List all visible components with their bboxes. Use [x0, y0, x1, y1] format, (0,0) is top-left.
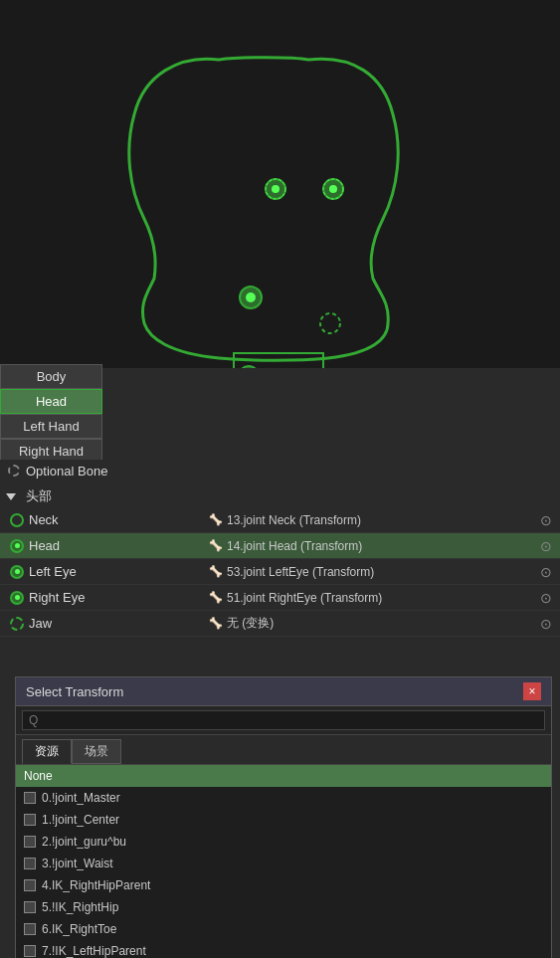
list-area[interactable]: None 0.!joint_Master 1.!joint_Center 2.!…: [16, 765, 551, 958]
bone-row-right-eye[interactable]: Right Eye 🦴 51.joint RightEye (Transform…: [0, 585, 560, 611]
dialog-title: Select Transform: [26, 684, 123, 699]
optional-bone-row: Optional Bone: [0, 460, 560, 481]
list-item-6[interactable]: 6.IK_RightToe: [16, 918, 551, 940]
bone-row-left-eye[interactable]: Left Eye 🦴 53.joint LeftEye (Transform) …: [0, 559, 560, 585]
bone-dot-jaw: [10, 617, 24, 631]
dialog-title-bar: Select Transform ×: [16, 677, 551, 706]
optional-bone-label: Optional Bone: [26, 464, 107, 479]
svg-point-8: [239, 366, 259, 368]
bone-name-left-eye: Left Eye: [29, 564, 77, 579]
list-item-3-label: 3.!joint_Waist: [42, 857, 113, 870]
list-item-2[interactable]: 2.!joint_guru^bu: [16, 831, 551, 853]
section-header: 头部: [0, 485, 560, 507]
bone-name-head: Head: [29, 538, 60, 553]
list-item-0[interactable]: 0.!joint_Master: [16, 787, 551, 809]
joint-icon-right-eye: 🦴: [209, 591, 223, 604]
list-item-6-label: 6.IK_RightToe: [42, 922, 116, 936]
section-label: 头部: [26, 487, 52, 505]
select-transform-dialog: Select Transform × 资源 场景 None 0.!joint_M…: [15, 676, 552, 958]
list-item-0-label: 0.!joint_Master: [42, 791, 120, 805]
list-item-7-label: 7.!IK_LeftHipParent: [42, 944, 146, 958]
list-item-3[interactable]: 3.!joint_Waist: [16, 853, 551, 874]
bone-name-neck: Neck: [29, 512, 59, 527]
end-icon-right-eye[interactable]: ⊙: [540, 590, 552, 606]
list-item-2-label: 2.!joint_guru^bu: [42, 835, 126, 849]
list-cube-icon-5: [24, 901, 36, 913]
list-item-none-label: None: [24, 769, 53, 783]
bone-row-jaw[interactable]: Jaw 🦴 无 (变换) ⊙: [0, 611, 560, 637]
list-cube-icon-1: [24, 814, 36, 826]
bone-dot-left-eye: [10, 565, 24, 579]
list-item-1-label: 1.!joint_Center: [42, 813, 119, 827]
list-cube-icon-7: [24, 945, 36, 957]
joint-icon-jaw: 🦴: [209, 617, 223, 630]
dialog-tab-scene[interactable]: 场景: [72, 739, 121, 764]
list-item-5-label: 5.!IK_RightHip: [42, 900, 118, 914]
bone-name-right-eye: Right Eye: [29, 590, 85, 605]
list-item-4[interactable]: 4.IK_RightHipParent: [16, 874, 551, 896]
list-item-4-label: 4.IK_RightHipParent: [42, 878, 150, 892]
svg-point-4: [329, 185, 337, 193]
search-input[interactable]: [22, 710, 545, 730]
joint-label-left-eye: 53.joint LeftEye (Transform): [227, 565, 374, 579]
bone-dot-right-eye: [10, 591, 24, 605]
dialog-tab-assets[interactable]: 资源: [22, 739, 72, 764]
bone-name-jaw: Jaw: [29, 616, 52, 631]
joint-icon-neck: 🦴: [209, 513, 223, 526]
dialog-tabs: 资源 场景: [16, 735, 551, 765]
joint-icon-head: 🦴: [209, 539, 223, 552]
viewport: [0, 0, 560, 368]
joint-label-right-eye: 51.joint RightEye (Transform): [227, 591, 382, 605]
dialog-close-button[interactable]: ×: [523, 682, 541, 700]
tabs-panel: Body Head Left Hand Right Hand: [0, 364, 119, 464]
joint-label-head: 14.joint Head (Transform): [227, 539, 362, 553]
list-item-1[interactable]: 1.!joint_Center: [16, 809, 551, 831]
tab-head[interactable]: Head: [0, 389, 102, 414]
list-cube-icon-0: [24, 792, 36, 804]
list-cube-icon-6: [24, 923, 36, 935]
joint-label-neck: 13.joint Neck (Transform): [227, 513, 361, 527]
end-icon-head[interactable]: ⊙: [540, 538, 552, 554]
svg-point-6: [246, 292, 256, 302]
list-item-5[interactable]: 5.!IK_RightHip: [16, 896, 551, 918]
end-icon-left-eye[interactable]: ⊙: [540, 564, 552, 580]
svg-point-2: [272, 185, 280, 193]
tab-body[interactable]: Body: [0, 364, 102, 389]
optional-bone-icon: [8, 465, 20, 477]
joint-label-jaw: 无 (变换): [227, 615, 274, 632]
joint-icon-left-eye: 🦴: [209, 565, 223, 578]
list-cube-icon-3: [24, 858, 36, 869]
bone-row-head[interactable]: Head 🦴 14.joint Head (Transform) ⊙: [0, 533, 560, 559]
tab-left-hand[interactable]: Left Hand: [0, 414, 102, 439]
search-row: [16, 706, 551, 735]
section-expand-icon[interactable]: [6, 493, 16, 500]
svg-point-7: [320, 313, 340, 333]
list-item-none[interactable]: None: [16, 765, 551, 787]
end-icon-neck[interactable]: ⊙: [540, 512, 552, 528]
end-icon-jaw[interactable]: ⊙: [540, 616, 552, 632]
bone-dot-head: [10, 539, 24, 553]
list-cube-icon-2: [24, 836, 36, 848]
bone-table: Neck 🦴 13.joint Neck (Transform) ⊙ Head …: [0, 507, 560, 637]
bone-row-neck[interactable]: Neck 🦴 13.joint Neck (Transform) ⊙: [0, 507, 560, 533]
bone-dot-neck: [10, 513, 24, 527]
list-item-7[interactable]: 7.!IK_LeftHipParent: [16, 940, 551, 958]
list-cube-icon-4: [24, 879, 36, 891]
